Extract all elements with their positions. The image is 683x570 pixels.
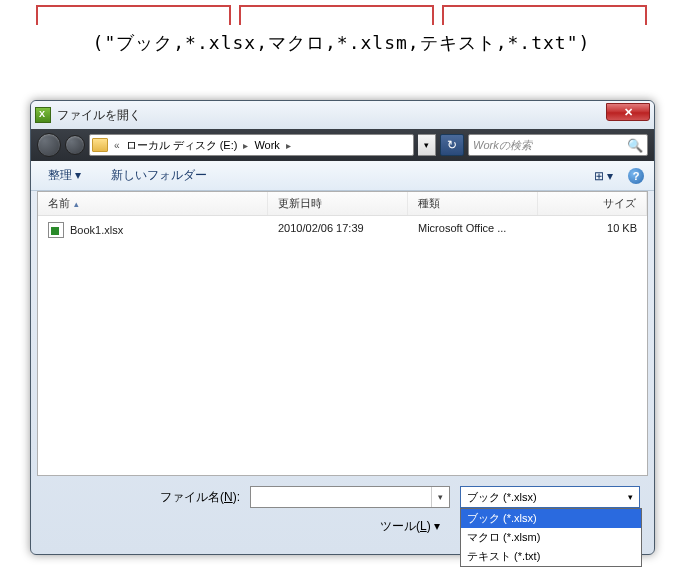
breadcrumb-drive[interactable]: ローカル ディスク (E:) — [126, 138, 238, 153]
code-annotation: ("ブック,*.xlsx,マクロ,*.xlsm,テキスト,*.txt") — [0, 0, 683, 73]
breadcrumb-sep2: ▸ — [284, 140, 293, 151]
refresh-icon: ↻ — [447, 138, 457, 152]
filter-option[interactable]: ブック (*.xlsx) — [461, 509, 641, 528]
breadcrumb-chevrons: « — [112, 140, 122, 151]
close-icon: ✕ — [624, 106, 633, 119]
bottom-panel: ファイル名(N): ▾ ブック (*.xlsx) ▾ ブック (*.xlsx) … — [31, 476, 654, 535]
filetype-filter-combo[interactable]: ブック (*.xlsx) ▾ ブック (*.xlsx) マクロ (*.xlsm)… — [460, 486, 640, 508]
xlsx-file-icon — [48, 222, 64, 238]
chevron-down-icon: ▾ — [628, 492, 633, 502]
col-type[interactable]: 種類 — [408, 192, 538, 215]
bracket-2 — [239, 5, 434, 25]
filename-dropdown[interactable]: ▾ — [431, 487, 449, 507]
help-button[interactable]: ? — [628, 168, 644, 184]
excel-icon — [35, 107, 51, 123]
help-icon: ? — [633, 170, 640, 182]
file-row[interactable]: Book1.xlsx 2010/02/06 17:39 Microsoft Of… — [38, 216, 647, 244]
col-date[interactable]: 更新日時 — [268, 192, 408, 215]
search-input[interactable]: Workの検索 🔍 — [468, 134, 648, 156]
address-bar[interactable]: « ローカル ディスク (E:) ▸ Work ▸ — [89, 134, 414, 156]
column-headers: 名前▴ 更新日時 種類 サイズ — [38, 192, 647, 216]
view-button[interactable]: ⊞ ▾ — [587, 166, 620, 186]
dialog-title: ファイルを開く — [57, 107, 141, 124]
filename-input[interactable]: ▾ — [250, 486, 450, 508]
bracket-1 — [36, 5, 231, 25]
new-folder-button[interactable]: 新しいフォルダー — [104, 164, 214, 187]
view-icon: ⊞ ▾ — [594, 169, 613, 183]
file-list-panel: 名前▴ 更新日時 種類 サイズ Book1.xlsx 2010/02/06 17… — [37, 191, 648, 476]
filter-dropdown-list: ブック (*.xlsx) マクロ (*.xlsm) テキスト (*.txt) — [460, 508, 642, 567]
refresh-button[interactable]: ↻ — [440, 134, 464, 156]
titlebar[interactable]: ファイルを開く ✕ — [31, 101, 654, 129]
forward-button[interactable] — [65, 135, 85, 155]
nav-bar: « ローカル ディスク (E:) ▸ Work ▸ ▾ ↻ Workの検索 🔍 — [31, 129, 654, 161]
file-size: 10 KB — [538, 220, 647, 240]
organize-button[interactable]: 整理 ▾ — [41, 164, 88, 187]
sort-arrow-icon: ▴ — [74, 199, 79, 209]
breadcrumb-sep: ▸ — [241, 140, 250, 151]
search-placeholder: Workの検索 — [473, 138, 532, 153]
bracket-group — [0, 5, 683, 25]
filter-string-code: ("ブック,*.xlsx,マクロ,*.xlsm,テキスト,*.txt") — [0, 25, 683, 73]
col-size[interactable]: サイズ — [538, 192, 647, 215]
toolbar: 整理 ▾ 新しいフォルダー ⊞ ▾ ? — [31, 161, 654, 191]
filename-label: ファイル名(N): — [160, 489, 240, 506]
back-button[interactable] — [37, 133, 61, 157]
close-button[interactable]: ✕ — [606, 103, 650, 121]
file-open-dialog: ファイルを開く ✕ « ローカル ディスク (E:) ▸ Work ▸ ▾ ↻ … — [30, 100, 655, 555]
file-type: Microsoft Office ... — [408, 220, 538, 240]
filter-selected: ブック (*.xlsx) — [467, 490, 537, 505]
filter-option[interactable]: マクロ (*.xlsm) — [461, 528, 641, 547]
file-name: Book1.xlsx — [70, 224, 123, 236]
col-name[interactable]: 名前▴ — [38, 192, 268, 215]
address-dropdown[interactable]: ▾ — [418, 134, 436, 156]
file-date: 2010/02/06 17:39 — [268, 220, 408, 240]
bracket-3 — [442, 5, 647, 25]
breadcrumb-folder[interactable]: Work — [254, 139, 279, 151]
search-icon: 🔍 — [627, 138, 643, 153]
tools-button[interactable]: ツール(L) ▾ — [380, 518, 440, 535]
folder-icon — [92, 138, 108, 152]
filter-option[interactable]: テキスト (*.txt) — [461, 547, 641, 566]
